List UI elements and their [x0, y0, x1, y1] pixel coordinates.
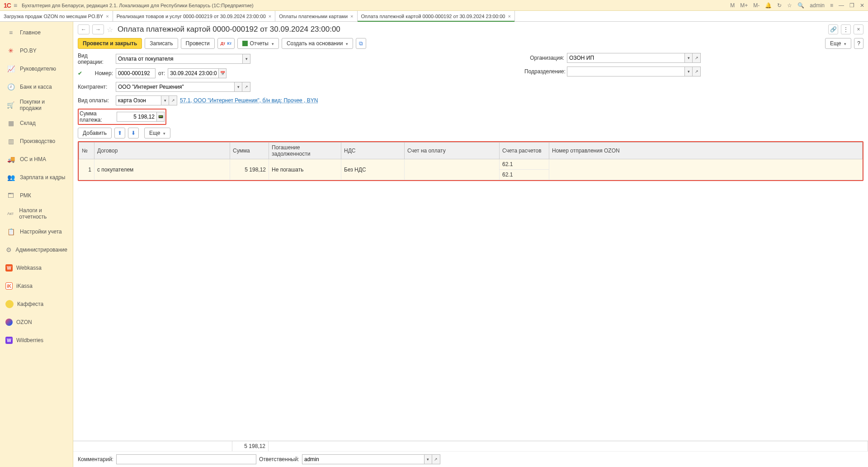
sidebar-item-main[interactable]: ≡Главное: [0, 24, 73, 42]
open-icon[interactable]: ↗: [242, 82, 250, 92]
tab-realization[interactable]: Реализация товаров и услуг 0000-000219 о…: [113, 11, 276, 21]
open-icon[interactable]: ↗: [432, 454, 440, 464]
open-icon[interactable]: ↗: [693, 53, 701, 63]
reports-button[interactable]: Отчеты: [237, 38, 278, 49]
user-label[interactable]: admin: [810, 2, 825, 9]
col-ozon-ship[interactable]: Номер отправления OZON: [549, 143, 863, 159]
sidebar-item-payroll[interactable]: 👥Зарплата и кадры: [0, 168, 73, 186]
responsible-input[interactable]: [302, 454, 424, 464]
sidebar-item-webkassa[interactable]: WWebkassa: [0, 259, 73, 277]
dropdown-icon[interactable]: ▾: [684, 53, 693, 63]
sum-input[interactable]: [117, 112, 156, 122]
sidebar-item-rmk[interactable]: 🗔РМК: [0, 186, 73, 205]
col-debt[interactable]: Погашение задолженности: [269, 143, 341, 159]
sidebar-item-taxes[interactable]: AктНалоги и отчетность: [0, 205, 73, 223]
counterparty-input[interactable]: [116, 82, 234, 92]
close-window-icon[interactable]: ✕: [860, 2, 864, 9]
sidebar-item-bank[interactable]: 🕘Банк и касса: [0, 78, 73, 96]
zoom-m-plus[interactable]: M+: [740, 2, 748, 9]
tab-ozon-load[interactable]: Загрузка продаж OZON по месяцам PO.BY ×: [0, 11, 113, 21]
table-more-button[interactable]: Еще: [144, 128, 170, 138]
cell-sum[interactable]: 5 198,12: [230, 159, 269, 180]
cell-debt[interactable]: Не погашать: [269, 159, 341, 180]
nav-back-button[interactable]: ←: [78, 24, 90, 34]
tab-close-icon[interactable]: ×: [269, 14, 271, 19]
table-row[interactable]: 1 с покупателем 5 198,12 Не погашать Без…: [79, 159, 863, 170]
calendar-icon[interactable]: 📅: [218, 68, 226, 78]
dt-kt-button[interactable]: ДтКт: [217, 38, 235, 49]
minimize-icon[interactable]: —: [839, 2, 844, 9]
date-input[interactable]: [168, 68, 218, 78]
tab-close-icon[interactable]: ×: [508, 14, 510, 19]
cell-vat[interactable]: Без НДС: [341, 159, 405, 180]
col-invoice[interactable]: Счет на оплату: [405, 143, 500, 159]
sidebar-item-ikassa[interactable]: iKiKassa: [0, 277, 73, 295]
zoom-m[interactable]: M: [730, 2, 735, 9]
move-down-button[interactable]: ⬇: [128, 128, 139, 138]
sidebar-item-ozon[interactable]: OZON: [0, 313, 73, 331]
tab-card-payments[interactable]: Оплаты платежными картами ×: [275, 11, 357, 21]
sidebar-item-poby[interactable]: ✳PO.BY: [0, 42, 73, 60]
create-based-button[interactable]: Создать на основании: [282, 38, 354, 49]
tab-close-icon[interactable]: ×: [106, 14, 108, 19]
sidebar-item-settings[interactable]: 📋Настройки учета: [0, 223, 73, 241]
dept-input[interactable]: [567, 67, 684, 76]
post-button[interactable]: Провести: [181, 38, 215, 49]
post-and-close-button[interactable]: Провести и закрыть: [78, 38, 142, 49]
comment-input[interactable]: [116, 454, 256, 464]
sidebar-item-sales[interactable]: 🛒Покупки и продажи: [0, 96, 73, 114]
sidebar-item-kaffesta[interactable]: Каффеста: [0, 295, 73, 313]
sidebar-item-wildberries[interactable]: WWildberries: [0, 331, 73, 349]
open-icon[interactable]: ↗: [169, 95, 177, 105]
close-page-icon[interactable]: ×: [854, 24, 863, 34]
link-icon[interactable]: 🔗: [828, 24, 838, 34]
col-vat[interactable]: НДС: [341, 143, 405, 159]
move-up-button[interactable]: ⬆: [114, 128, 125, 138]
restore-icon[interactable]: ❐: [849, 2, 854, 9]
col-sum[interactable]: Сумма: [230, 143, 269, 159]
open-icon[interactable]: ↗: [693, 67, 701, 76]
structure-button[interactable]: ⧉: [356, 38, 366, 49]
cell-acct2[interactable]: 62.1: [500, 170, 549, 180]
dropdown-icon[interactable]: ▾: [242, 54, 250, 64]
settings-icon[interactable]: ≡: [830, 2, 833, 9]
calc-icon[interactable]: 📟: [156, 112, 165, 122]
op-type-input[interactable]: [116, 54, 242, 64]
dropdown-icon[interactable]: ▾: [161, 95, 169, 105]
cell-contract[interactable]: с покупателем: [94, 159, 230, 180]
sidebar-item-manager[interactable]: 📈Руководителю: [0, 60, 73, 78]
save-button[interactable]: Записать: [145, 38, 178, 49]
nav-forward-button[interactable]: →: [92, 24, 104, 34]
cell-acct1[interactable]: 62.1: [500, 159, 549, 170]
more-button[interactable]: Еще: [825, 38, 851, 49]
sidebar-item-assets[interactable]: 🚚ОС и НМА: [0, 150, 73, 168]
bell-icon[interactable]: 🔔: [765, 2, 772, 9]
org-input[interactable]: [567, 53, 684, 63]
number-input[interactable]: [116, 68, 156, 78]
col-num[interactable]: №: [79, 143, 94, 159]
col-contract[interactable]: Договор: [94, 143, 230, 159]
dropdown-icon[interactable]: ▾: [234, 82, 242, 92]
history-icon[interactable]: ↻: [777, 2, 782, 9]
sidebar-item-warehouse[interactable]: ▦Склад: [0, 114, 73, 132]
sidebar-item-admin[interactable]: ⚙Администрирование: [0, 241, 73, 259]
tab-card-payment-doc[interactable]: Оплата платежной картой 0000-000192 от 3…: [358, 11, 515, 21]
main-menu-icon[interactable]: ≡: [14, 2, 17, 9]
help-button[interactable]: ?: [854, 38, 863, 49]
more-menu-icon[interactable]: ⋮: [841, 24, 851, 34]
star-icon[interactable]: ☆: [787, 2, 792, 9]
dropdown-icon[interactable]: ▾: [424, 454, 432, 464]
cell-invoice[interactable]: [405, 159, 500, 180]
pay-type-input[interactable]: [116, 95, 161, 105]
favorite-star-icon[interactable]: ☆: [107, 25, 113, 34]
dropdown-icon[interactable]: ▾: [684, 67, 693, 76]
pay-account-link[interactable]: 57.1, ООО "Интернет Решения", б/н вид: П…: [180, 97, 318, 104]
tab-close-icon[interactable]: ×: [350, 14, 353, 19]
cell-ozon-ship[interactable]: [549, 159, 863, 180]
cell-num[interactable]: 1: [79, 159, 94, 180]
payments-table[interactable]: № Договор Сумма Погашение задолженности …: [79, 142, 863, 180]
sidebar-item-production[interactable]: ▥Производство: [0, 132, 73, 150]
zoom-m-minus[interactable]: M-: [753, 2, 760, 9]
add-row-button[interactable]: Добавить: [78, 128, 112, 138]
col-accounts[interactable]: Счета расчетов: [500, 143, 549, 159]
